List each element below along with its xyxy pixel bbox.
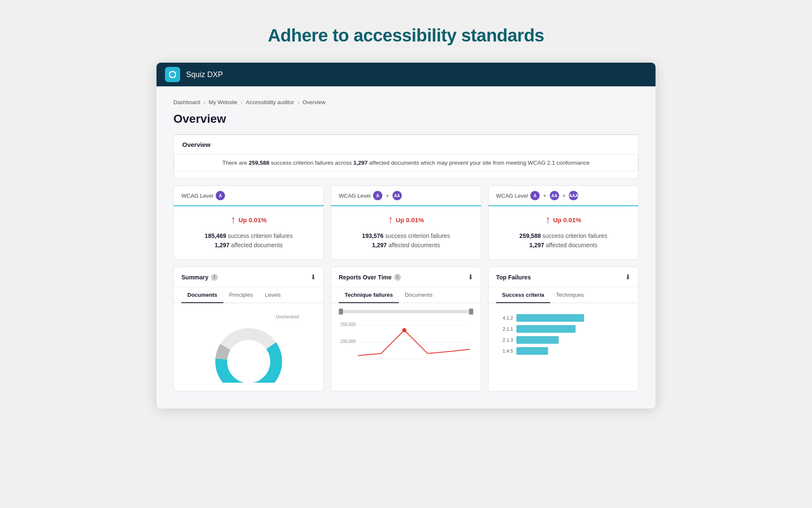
summary-download-icon[interactable]: ⬇ — [310, 273, 316, 281]
stat-failures-3: 259,588 success criterion failures — [496, 232, 631, 239]
reports-tab-documents[interactable]: Documents — [399, 287, 439, 303]
bar-row-1: 4.1.2 — [496, 314, 631, 322]
summary-tab-principles[interactable]: Principles — [223, 287, 259, 303]
breadcrumb-overview: Overview — [302, 99, 325, 105]
alert-text-end: affected documents which may prevent you… — [368, 160, 590, 166]
alert-bar: There are 259,588 success criterion fail… — [174, 154, 638, 171]
bar-fill-2 — [516, 325, 576, 333]
wcag-card-aa-header: WCAG Level A + AA — [331, 186, 481, 206]
wcag-grid: WCAG Level A ↑ Up 0.01% 185,469 success … — [173, 185, 639, 260]
plus-sep-2: + — [386, 193, 389, 199]
reports-card-header: Reports Over Time i ⬇ — [331, 267, 481, 287]
reports-info-icon[interactable]: i — [394, 274, 401, 281]
app-name: Squiz DXP — [186, 70, 223, 79]
wcag-card-a-header: WCAG Level A — [174, 186, 324, 206]
reports-body: 250,000 200,000 — [331, 303, 481, 385]
bar-label-1: 4.1.2 — [496, 315, 513, 320]
change-indicator-3: ↑ Up 0.01% — [496, 215, 631, 225]
app-logo — [165, 67, 180, 82]
reports-card: Reports Over Time i ⬇ Technique failures… — [331, 267, 481, 392]
top-failures-tab-criteria[interactable]: Success criteria — [496, 287, 550, 303]
bar-fill-4 — [516, 347, 548, 355]
stat-docs-1: 1,297 affected documents — [181, 242, 316, 248]
bar-fill-1 — [516, 314, 584, 322]
badge-aa-3: AA — [550, 191, 559, 200]
wcag-card-a-body: ↑ Up 0.01% 185,469 success criterion fai… — [174, 206, 324, 260]
wcag-card-aa: WCAG Level A + AA ↑ Up 0.01% 193,576 suc… — [331, 185, 481, 260]
wcag-card-aaa: WCAG Level A + AA + AAA ↑ Up 0.01% 259,5… — [488, 185, 639, 260]
summary-tab-bar: Documents Principles Levels — [174, 287, 324, 303]
hero-title: Adhere to accessibility standards — [268, 0, 544, 63]
alert-docs: 1,297 — [354, 160, 368, 166]
overview-card: Overview There are 259,588 success crite… — [173, 135, 639, 179]
bar-row-2: 2.1.1 — [496, 325, 631, 333]
wcag-label-1: WCAG Level — [181, 193, 213, 199]
change-text-1: Up 0.01% — [239, 216, 267, 224]
page-title: Overview — [173, 112, 639, 126]
arrow-up-icon-1: ↑ — [231, 215, 236, 225]
change-indicator-2: ↑ Up 0.01% — [339, 215, 473, 225]
bar-label-3: 2.1.3 — [496, 337, 513, 342]
reports-title-text: Reports Over Time — [339, 274, 392, 281]
summary-title-text: Summary — [181, 274, 208, 281]
change-text-3: Up 0.01% — [553, 216, 582, 224]
top-failures-title: Top Failures — [496, 274, 531, 281]
stat-docs-3: 1,297 affected documents — [496, 242, 631, 248]
breadcrumb-my-website[interactable]: My Website — [209, 99, 238, 105]
wcag-label-3: WCAG Level — [496, 193, 528, 199]
summary-body: Unchecked — [174, 303, 324, 391]
breadcrumb-dashboard[interactable]: Dashboard — [173, 99, 200, 105]
breadcrumb: Dashboard › My Website › Accessibility a… — [173, 99, 639, 105]
svg-point-6 — [402, 328, 406, 332]
alert-text-mid: success criterion failures across — [269, 160, 354, 166]
bar-row-4: 1.4.5 — [496, 347, 631, 355]
summary-tab-levels[interactable]: Levels — [259, 287, 287, 303]
bottom-grid: Summary i ⬇ Documents Principles Levels … — [173, 267, 639, 392]
wcag-card-a: WCAG Level A ↑ Up 0.01% 185,469 success … — [173, 185, 324, 260]
summary-info-icon[interactable]: i — [211, 274, 218, 281]
top-failures-tab-techniques[interactable]: Techniques — [550, 287, 590, 303]
bar-label-4: 1.4.5 — [496, 348, 513, 353]
badge-a-3: A — [530, 191, 540, 200]
line-chart: 250,000 200,000 — [339, 318, 474, 377]
wcag-card-aaa-header: WCAG Level A + AA + AAA — [488, 186, 638, 206]
reports-title: Reports Over Time i — [339, 274, 401, 281]
breadcrumb-accessibility-auditor[interactable]: Accessibility auditor — [246, 99, 294, 105]
breadcrumb-sep-3: › — [297, 99, 299, 105]
summary-card-header: Summary i ⬇ — [174, 267, 324, 287]
main-content: Dashboard › My Website › Accessibility a… — [156, 86, 656, 409]
top-failures-header: Top Failures ⬇ — [488, 267, 638, 287]
alert-text-before: There are — [222, 160, 249, 166]
top-failures-title-text: Top Failures — [496, 274, 531, 281]
stat-failures-1: 185,469 success criterion failures — [181, 232, 316, 239]
top-failures-card: Top Failures ⬇ Success criteria Techniqu… — [488, 267, 639, 392]
reports-tab-technique[interactable]: Technique failures — [339, 287, 399, 303]
breadcrumb-sep-1: › — [204, 99, 206, 105]
app-topbar: Squiz DXP — [156, 63, 656, 86]
top-failures-tab-bar: Success criteria Techniques — [488, 287, 638, 303]
top-failures-download-icon[interactable]: ⬇ — [625, 273, 631, 281]
reports-download-icon[interactable]: ⬇ — [468, 273, 473, 281]
stat-docs-2: 1,297 affected documents — [339, 242, 473, 248]
wcag-label-2: WCAG Level — [339, 193, 370, 199]
arrow-up-icon-3: ↑ — [546, 215, 551, 225]
wcag-card-aa-body: ↑ Up 0.01% 193,576 success criterion fai… — [331, 206, 481, 260]
donut-chart — [206, 315, 291, 383]
badge-aa-2: AA — [392, 191, 402, 200]
y-label-200k: 200,000 — [340, 339, 356, 344]
summary-title: Summary i — [181, 274, 218, 281]
plus-sep-3a: + — [543, 193, 546, 199]
summary-tab-documents[interactable]: Documents — [181, 287, 223, 303]
badge-aaa-3: AAA — [569, 191, 578, 200]
change-indicator-1: ↑ Up 0.01% — [181, 215, 316, 225]
badge-a-1: A — [216, 191, 225, 200]
bar-fill-3 — [516, 336, 559, 344]
plus-sep-3b: + — [562, 193, 566, 199]
wcag-card-aaa-body: ↑ Up 0.01% 259,588 success criterion fai… — [488, 206, 638, 260]
y-label-250k: 250,000 — [340, 322, 356, 327]
alert-failures: 259,588 — [249, 160, 269, 166]
stat-failures-2: 193,576 success criterion failures — [339, 232, 473, 239]
bar-label-2: 2.1.1 — [496, 326, 513, 331]
overview-card-header: Overview — [174, 135, 638, 154]
bar-chart-container: 4.1.2 2.1.1 2.1.3 — [496, 310, 631, 355]
